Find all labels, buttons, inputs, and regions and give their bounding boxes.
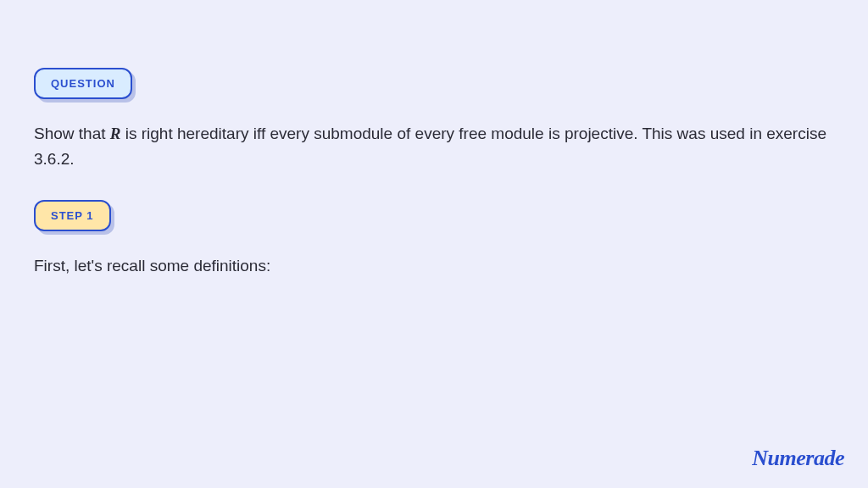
content-area: QUESTION Show that R is right hereditary… bbox=[0, 0, 868, 340]
question-badge: QUESTION bbox=[34, 68, 132, 99]
question-suffix: is right hereditary iff every submodule … bbox=[34, 125, 826, 168]
step1-badge-label: STEP 1 bbox=[51, 209, 94, 222]
step1-badge: STEP 1 bbox=[34, 200, 111, 231]
question-badge-label: QUESTION bbox=[51, 77, 115, 90]
brand-logo: Numerade bbox=[752, 446, 844, 471]
question-math-var: R bbox=[110, 125, 121, 142]
step1-text: First, let's recall some definitions: bbox=[34, 253, 834, 279]
question-prefix: Show that bbox=[34, 125, 110, 142]
question-text: Show that R is right hereditary iff ever… bbox=[34, 121, 834, 173]
